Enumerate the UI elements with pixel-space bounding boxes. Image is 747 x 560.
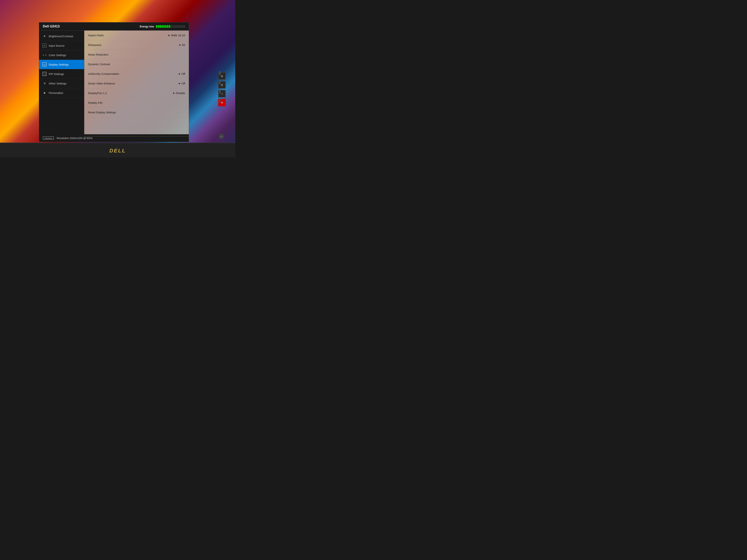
row-reset[interactable]: Reset Display Settings (84, 108, 189, 117)
energy-bar (156, 25, 185, 28)
label-uniformity: Uniformity Compensation (88, 72, 179, 75)
energy-segment-12 (178, 25, 180, 28)
brightness-icon: ☀ (43, 34, 47, 38)
sidebar-label-brightness: Brightness/Contrast (49, 35, 73, 38)
energy-segment-13 (180, 25, 181, 28)
label-noise-reduction: Noise Reduction (88, 53, 185, 56)
sidebar-label-pip: PIP Settings (49, 73, 64, 76)
side-btn-2[interactable] (220, 81, 221, 84)
row-empty1 (84, 117, 189, 127)
power-button[interactable]: ⏻ (218, 134, 224, 139)
energy-segment-0 (156, 25, 157, 28)
value-displayport: ▶ Disable (173, 91, 185, 95)
sidebar-label-personalize: Personalize (49, 91, 63, 95)
side-btn-1[interactable] (220, 71, 221, 75)
row-display-info[interactable]: Display Info (84, 98, 189, 108)
value-smart-video: ▶ Off (179, 82, 185, 85)
osd-content-panel: Aspect Ratio ▶ Wide 16:10 Sharpness ▶ 50… (84, 31, 189, 134)
arrow-smart-video: ▶ (179, 82, 180, 85)
footer-monitor-icon: ▬▬▬▬ (43, 136, 54, 140)
energy-segment-5 (165, 25, 166, 28)
label-dynamic-contrast: Dynamic Contrast (88, 62, 185, 66)
down-arrow-icon: ∨ (221, 83, 223, 87)
row-sharpness[interactable]: Sharpness ▶ 50 (84, 40, 189, 50)
energy-segment-8 (171, 25, 172, 28)
label-reset: Reset Display Settings (88, 111, 185, 114)
sidebar-item-pip[interactable]: ▢ PIP Settings (39, 69, 84, 79)
monitor-bezel: DELL (0, 142, 235, 157)
energy-segment-9 (173, 25, 174, 28)
energy-segment-10 (174, 25, 176, 28)
close-icon: ✕ (221, 101, 223, 104)
osd-title: Dell U2413 (43, 24, 60, 28)
label-aspect-ratio: Aspect Ratio (88, 34, 169, 37)
value-sharpness: ▶ 50 (179, 43, 185, 47)
input-icon: ⇨ (43, 44, 47, 48)
sidebar-item-display[interactable]: ▭ Display Settings (39, 60, 84, 69)
sidebar-item-input[interactable]: ⇨ Input Source (39, 41, 84, 50)
sidebar-label-color: Color Settings (49, 54, 66, 57)
value-uniformity: ▶ Off (179, 72, 185, 75)
osd-menu: Dell U2413 Energy Use ☀ Brightness/Contr… (39, 22, 189, 142)
sidebar-item-other[interactable]: ≡ Other Settings (39, 79, 84, 88)
label-sharpness: Sharpness (88, 43, 179, 47)
arrow-displayport: ▶ (173, 92, 175, 94)
energy-segment-11 (176, 25, 178, 28)
power-icon: ⏻ (220, 135, 223, 138)
energy-segment-3 (161, 25, 163, 28)
row-dynamic-contrast[interactable]: Dynamic Contrast (84, 59, 189, 69)
label-smart-video: Smart Video Enhance (88, 82, 179, 85)
energy-segment-14 (182, 25, 183, 28)
display-settings-icon: ▭ (43, 62, 47, 66)
energy-label: Energy Use (140, 25, 154, 28)
energy-segment-1 (158, 25, 159, 28)
sidebar-item-personalize[interactable]: ★ Personalize (39, 88, 84, 98)
pip-icon: ▢ (43, 72, 47, 76)
energy-segment-6 (167, 25, 169, 28)
other-settings-icon: ≡ (43, 81, 47, 85)
side-buttons (220, 71, 221, 103)
sidebar-item-brightness[interactable]: ☀ Brightness/Contrast (39, 31, 84, 41)
energy-segment-2 (159, 25, 161, 28)
sidebar-label-other: Other Settings (49, 82, 67, 85)
personalize-icon: ★ (43, 91, 47, 95)
row-smart-video[interactable]: Smart Video Enhance ▶ Off (84, 79, 189, 88)
osd-sidebar: ☀ Brightness/Contrast ⇨ Input Source ⚬⚬ … (39, 31, 84, 134)
arrow-uniformity: ▶ (179, 73, 180, 75)
energy-segment-15 (184, 25, 185, 28)
energy-section: Energy Use (140, 25, 185, 28)
label-display-info: Display Info (88, 101, 185, 104)
osd-body: ☀ Brightness/Contrast ⇨ Input Source ⚬⚬ … (39, 31, 189, 134)
value-aspect-ratio: ▶ Wide 16:10 (169, 34, 185, 37)
label-displayport: DisplayPort 1.2 (88, 91, 173, 95)
row-aspect-ratio[interactable]: Aspect Ratio ▶ Wide 16:10 (84, 31, 189, 40)
color-icon: ⚬⚬ (43, 53, 47, 57)
row-displayport[interactable]: DisplayPort 1.2 ▶ Disable (84, 88, 189, 98)
row-empty2 (84, 127, 189, 136)
side-btn-4[interactable] (220, 99, 221, 103)
arrow-aspect-ratio: ▶ (169, 34, 170, 36)
dell-logo: DELL (109, 148, 126, 154)
energy-segment-7 (169, 25, 170, 28)
up-arrow-icon: ∧ (221, 74, 223, 78)
row-uniformity[interactable]: Uniformity Compensation ▶ Off (84, 69, 189, 79)
right-arrow-icon: → (221, 92, 224, 96)
arrow-sharpness: ▶ (179, 44, 181, 46)
osd-header: Dell U2413 Energy Use (39, 22, 189, 31)
sidebar-label-display: Display Settings (49, 63, 69, 66)
sidebar-item-color[interactable]: ⚬⚬ Color Settings (39, 50, 84, 60)
side-btn-3[interactable] (220, 90, 221, 94)
energy-segment-4 (163, 25, 165, 28)
row-noise-reduction[interactable]: Noise Reduction (84, 50, 189, 59)
sidebar-label-input: Input Source (49, 44, 65, 47)
resolution-text: Resolution:1920x1200 @ 60Hz (57, 137, 93, 140)
